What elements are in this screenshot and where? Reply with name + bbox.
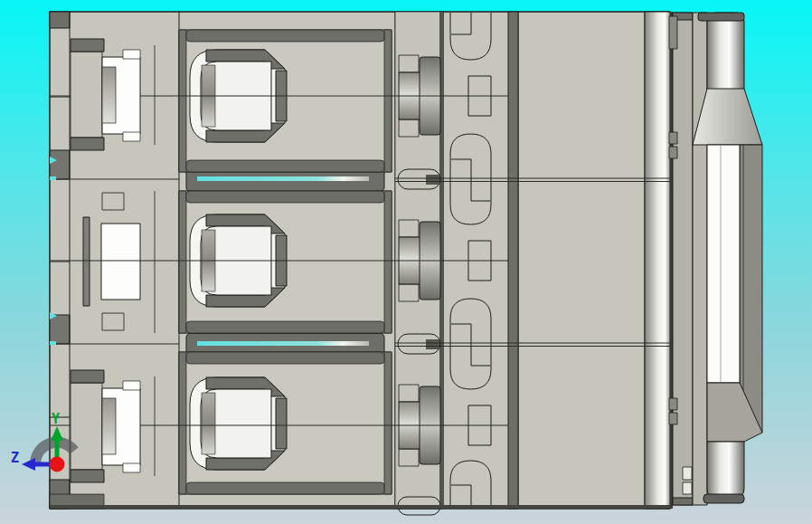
handle-face[interactable] — [707, 145, 740, 383]
cad-viewport[interactable]: Z Y — [0, 0, 812, 524]
axis-z-label: Z — [11, 450, 19, 466]
screw-boss[interactable] — [190, 50, 287, 470]
pole-blocks[interactable] — [179, 30, 392, 494]
cad-model[interactable] — [50, 12, 762, 515]
housing-rib — [508, 12, 518, 509]
axis-y-label: Y — [52, 411, 60, 427]
axis-origin — [50, 457, 65, 472]
pivot-pin-strip[interactable] — [395, 12, 443, 515]
case-rounded-edge[interactable] — [645, 12, 670, 509]
